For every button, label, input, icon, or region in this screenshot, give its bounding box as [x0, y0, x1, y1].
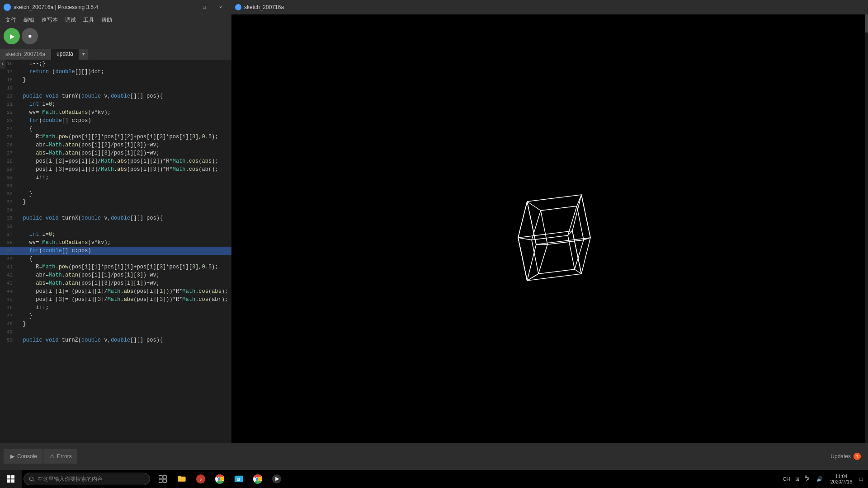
code-line-20[interactable]: 20 public void turnY(double v,double[][]… [0, 92, 231, 100]
code-editor[interactable]: 16 i--;}17 return (double[][])dot;18 }19… [0, 60, 231, 461]
taskbar-search[interactable]: 在这里输入你要搜索的内容 [24, 473, 150, 485]
clock-date: 2020/7/16 [830, 479, 852, 484]
stop-button[interactable] [22, 28, 38, 44]
svg-point-29 [218, 477, 221, 480]
line-code: int i=0; [16, 231, 55, 238]
code-line-32[interactable]: 32 } [0, 190, 231, 198]
window-controls: ─ □ ✕ [181, 3, 228, 12]
tray-CH[interactable]: CH [781, 476, 792, 482]
code-line-33[interactable]: 33 } [0, 198, 231, 206]
netease-svg: ♪ [196, 474, 206, 484]
search-icon [28, 476, 35, 482]
clock-time: 11:04 [835, 474, 848, 479]
code-line-43[interactable]: 43 abs=Math.atan(pos[i][3]/pos[i][1])+wv… [0, 279, 231, 287]
code-line-45[interactable]: 45 pos[i][3]= (pos[i][3]/Math.abs(pos[i]… [0, 296, 231, 304]
netease-icon[interactable]: ♪ [192, 470, 210, 488]
code-line-29[interactable]: 29 pos[i][3]=pos[i][3]/Math.abs(pos[i][3… [0, 165, 231, 174]
code-line-36[interactable]: 36 [0, 222, 231, 230]
code-line-27[interactable]: 27 abs=Math.atan(pos[i][3]/pos[i][2])+wv… [0, 149, 231, 157]
code-line-46[interactable]: 46 i++; [0, 304, 231, 312]
updates-label: Updates [830, 453, 851, 460]
svg-rect-24 [159, 479, 163, 483]
media-player-icon[interactable] [268, 470, 286, 488]
svg-point-20 [29, 477, 33, 480]
code-line-17[interactable]: 17 return (double[][])dot; [0, 68, 231, 76]
minimize-button[interactable]: ─ [181, 3, 195, 12]
tab-dropdown[interactable]: ▼ [79, 49, 88, 60]
tabs: sketch_200716a updata ▼ [0, 47, 231, 60]
line-number: 30 [0, 175, 16, 180]
code-line-30[interactable]: 30 i++; [0, 174, 231, 182]
chrome-icon[interactable] [211, 470, 229, 488]
code-line-47[interactable]: 47 } [0, 312, 231, 320]
code-line-42[interactable]: 42 abr=Math.atan(pos[i][1]/pos[i][3])-wv… [0, 271, 231, 279]
svg-rect-36 [806, 476, 807, 478]
bottom-panel: ▶ Console ⚠ Errors Updates 1 [0, 443, 868, 470]
menu-edit[interactable]: 编辑 [20, 15, 38, 25]
tab-updata[interactable]: updata [51, 49, 79, 60]
line-code: } [16, 313, 33, 319]
preview-icon [235, 4, 241, 10]
code-line-25[interactable]: 25 R=Math.pow(pos[i][2]*pos[i][2]+pos[i]… [0, 133, 231, 141]
menu-file[interactable]: 文件 [2, 15, 20, 25]
chrome2-icon[interactable] [249, 470, 267, 488]
code-line-34[interactable]: 34 [0, 206, 231, 214]
code-line-23[interactable]: 23 for(double[] c:pos) [0, 117, 231, 125]
tray-grid[interactable]: ⊞ [793, 476, 801, 482]
menu-tools[interactable]: 工具 [80, 15, 98, 25]
left-scroll[interactable]: < [0, 60, 5, 69]
line-number: 20 [0, 94, 16, 99]
code-line-49[interactable]: 49 [0, 328, 231, 336]
line-number: 25 [0, 134, 16, 140]
code-line-38[interactable]: 38 wv= Math.toRadians(v*kv); [0, 239, 231, 247]
code-line-44[interactable]: 44 pos[i][1]= (pos[i][1]/Math.abs(pos[i]… [0, 287, 231, 296]
line-code: pos[i][3]= (pos[i][3]/Math.abs(pos[i][3]… [16, 296, 228, 303]
window-title: sketch_200716a | Processing 3.5.4 [14, 4, 98, 10]
code-line-28[interactable]: 28 pos[i][2]=pos[i][2]/Math.abs(pos[i][2… [0, 157, 231, 165]
maximize-button[interactable]: □ [197, 3, 212, 12]
code-line-21[interactable]: 21 int i=0; [0, 100, 231, 108]
svg-point-32 [253, 474, 262, 483]
line-code: { [16, 126, 33, 132]
run-button[interactable] [4, 28, 20, 44]
preview-scrollbar[interactable] [865, 14, 868, 461]
errors-tab[interactable]: ⚠ Errors [43, 449, 77, 464]
line-number: 45 [0, 297, 16, 302]
code-line-37[interactable]: 37 int i=0; [0, 230, 231, 239]
tray-network[interactable] [803, 475, 813, 483]
tray-volume[interactable]: 🔊 [815, 476, 825, 482]
tray-notification[interactable]: □ [858, 476, 864, 482]
code-line-22[interactable]: 22 wv= Math.toRadians(v*kv); [0, 108, 231, 117]
line-code: R=Math.pow(pos[i][2]*pos[i][2]+pos[i][3]… [16, 134, 218, 140]
code-line-41[interactable]: 41 R=Math.pow(pos[i][1]*pos[i][1]+pos[i]… [0, 263, 231, 271]
updates-button[interactable]: Updates 1 [823, 453, 868, 460]
code-line-18[interactable]: 18 } [0, 76, 231, 84]
menu-help[interactable]: 帮助 [98, 15, 116, 25]
code-line-50[interactable]: 50 public void turnZ(double v,double[][]… [0, 336, 231, 344]
code-line-31[interactable]: 31 [0, 182, 231, 190]
code-line-39[interactable]: 39 for(double[] c:pos) [0, 247, 231, 255]
console-tab[interactable]: ▶ Console [4, 449, 42, 464]
line-code: for(double[] c:pos) [16, 248, 91, 254]
updates-badge: 1 [854, 453, 861, 460]
code-line-24[interactable]: 24 { [0, 125, 231, 133]
line-code: } [16, 77, 26, 83]
bilibili-icon[interactable]: B [230, 470, 248, 488]
menu-debug[interactable]: 调试 [61, 15, 80, 25]
code-line-35[interactable]: 35 public void turnX(double v,double[][]… [0, 214, 231, 222]
close-button[interactable]: ✕ [213, 3, 228, 12]
taskview-icon[interactable] [154, 470, 172, 488]
system-clock[interactable]: 11:04 2020/7/16 [826, 474, 856, 484]
code-line-26[interactable]: 26 abr=Math.atan(pos[i][2]/pos[i][3])-wv… [0, 141, 231, 149]
line-code: } [16, 191, 33, 197]
code-line-48[interactable]: 48 } [0, 320, 231, 328]
code-line-40[interactable]: 40 { [0, 255, 231, 263]
menu-sketch[interactable]: 速写本 [38, 15, 61, 25]
start-button[interactable] [0, 470, 22, 488]
code-line-16[interactable]: 16 i--;} [0, 60, 231, 68]
tab-sketch[interactable]: sketch_200716a [0, 49, 51, 60]
svg-line-38 [806, 478, 808, 478]
code-line-19[interactable]: 19 [0, 84, 231, 92]
svg-line-11 [538, 244, 547, 274]
file-explorer-icon[interactable] [173, 470, 191, 488]
